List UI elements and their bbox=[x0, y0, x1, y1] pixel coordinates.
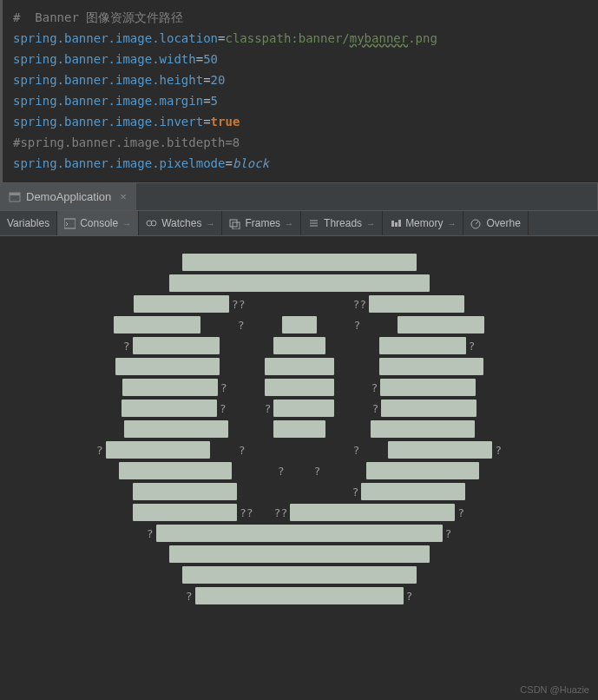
memory-icon bbox=[390, 218, 401, 229]
svg-rect-1 bbox=[10, 193, 20, 195]
tab-threads[interactable]: Threads → bbox=[301, 211, 383, 235]
console-icon bbox=[64, 218, 76, 229]
watermark-text: CSDN @Huazie bbox=[520, 684, 589, 695]
frames-icon bbox=[229, 218, 240, 229]
code-line-property: spring.banner.image.invert=true bbox=[13, 111, 588, 132]
svg-rect-11 bbox=[395, 222, 398, 227]
svg-rect-5 bbox=[230, 220, 237, 227]
code-line-property: spring.banner.image.location=classpath:b… bbox=[13, 28, 588, 49]
code-line-property: spring.banner.image.width=50 bbox=[13, 49, 588, 69]
tab-label: DemoApplication bbox=[26, 190, 111, 203]
code-line-comment: # Banner 图像资源文件路径 bbox=[13, 7, 588, 28]
threads-icon bbox=[308, 218, 319, 229]
tab-overhead[interactable]: Overhe bbox=[463, 211, 528, 235]
code-editor[interactable]: # Banner 图像资源文件路径 spring.banner.image.lo… bbox=[0, 0, 598, 182]
console-output[interactable]: ????????????????????????????? CSDN @Huaz… bbox=[0, 236, 598, 700]
svg-rect-2 bbox=[64, 219, 76, 228]
tab-memory[interactable]: Memory → bbox=[383, 211, 463, 235]
svg-rect-12 bbox=[398, 220, 401, 227]
pin-icon[interactable]: → bbox=[447, 219, 456, 228]
svg-line-14 bbox=[476, 221, 478, 224]
ascii-banner-art: ????????????????????????????? bbox=[0, 252, 598, 606]
code-line-commented: #spring.banner.image.bitdepth=8 bbox=[13, 132, 588, 153]
close-icon[interactable]: × bbox=[120, 190, 127, 203]
pin-icon[interactable]: → bbox=[206, 219, 214, 228]
tab-frames[interactable]: Frames → bbox=[222, 211, 301, 235]
pin-icon[interactable]: → bbox=[122, 219, 131, 228]
run-config-tab-bar: DemoApplication × bbox=[0, 182, 598, 210]
svg-rect-6 bbox=[233, 222, 240, 229]
overhead-icon bbox=[470, 218, 482, 229]
watches-icon bbox=[146, 218, 157, 229]
run-config-tab[interactable]: DemoApplication × bbox=[0, 183, 135, 210]
code-line-property: spring.banner.image.margin=5 bbox=[13, 90, 588, 111]
tab-watches[interactable]: Watches → bbox=[139, 211, 222, 235]
tab-variables[interactable]: Variables bbox=[0, 211, 57, 235]
svg-rect-10 bbox=[391, 221, 394, 227]
tab-console[interactable]: Console → bbox=[57, 211, 139, 235]
code-line-property: spring.banner.image.pixelmode=block bbox=[13, 153, 588, 174]
code-line-property: spring.banner.image.height=20 bbox=[13, 69, 588, 90]
pin-icon[interactable]: → bbox=[366, 219, 375, 228]
pin-icon[interactable]: → bbox=[285, 219, 293, 228]
debug-tool-tabs: Variables Console → Watches → Frames → T… bbox=[0, 210, 598, 236]
application-icon bbox=[9, 191, 21, 203]
